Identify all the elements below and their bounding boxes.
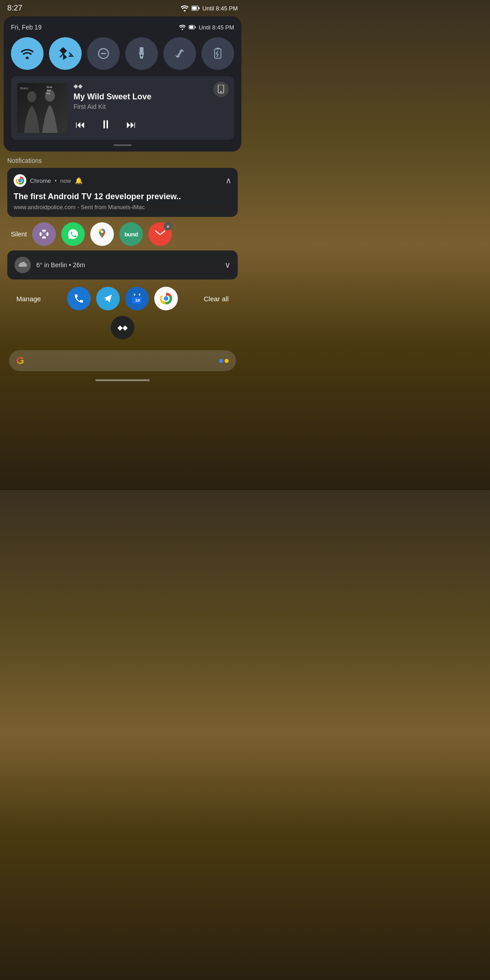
bottom-action-bar: Manage 19	[7, 283, 238, 314]
dock-chrome[interactable]	[154, 287, 178, 310]
manage-button[interactable]: Manage	[16, 295, 41, 303]
dock-tidal[interactable]: ◆◆	[111, 316, 134, 339]
weather-left: 6° in Berlin • 26m	[15, 257, 85, 273]
media-song-title: My Wild Sweet Love	[74, 92, 228, 102]
wifi-status-icon	[181, 5, 189, 11]
album-art: Ruins First Aid Kit	[17, 83, 67, 133]
qs-tile-wifi[interactable]	[11, 37, 44, 70]
qs-tile-dnd[interactable]	[87, 37, 120, 70]
weather-icon	[15, 257, 31, 273]
qs-battery-label: Until 8:45 PM	[199, 24, 234, 31]
status-bar: 8:27 Until 8:45 PM	[0, 0, 245, 15]
svg-text:19: 19	[135, 298, 140, 303]
weather-temp: 6° in Berlin	[36, 261, 67, 269]
qs-wifi-icon	[179, 24, 186, 30]
svg-point-17	[141, 54, 142, 56]
media-controls: ⏮ ⏸ ⏭	[74, 116, 228, 133]
notif-header: Chrome • now 🔔 ∧	[14, 174, 231, 187]
silent-app-whatsapp[interactable]	[61, 222, 85, 246]
status-right: Until 8:45 PM	[181, 5, 238, 12]
notif-header-left: Chrome • now 🔔	[14, 174, 83, 187]
svg-rect-6	[195, 26, 196, 28]
media-info: ◆◆ My Wild Sweet Love First Aid Kit ⏮ ⏸ …	[74, 83, 228, 133]
notif-expand-button[interactable]: ∧	[225, 176, 231, 186]
gmail-close-badge[interactable]: ✕	[164, 222, 172, 230]
svg-rect-19	[216, 48, 220, 49]
weather-notification: 6° in Berlin • 26m ∨	[7, 250, 238, 279]
svg-point-44	[101, 231, 103, 233]
silent-app-row: Silent	[7, 220, 238, 248]
svg-text:First: First	[47, 86, 52, 88]
media-device-button[interactable]	[213, 82, 229, 97]
battery-status-icon	[191, 5, 200, 11]
dot-blue	[219, 359, 223, 363]
qs-tile-rotate[interactable]	[163, 37, 196, 70]
qs-tile-bluetooth[interactable]: ⦛	[49, 37, 82, 70]
clear-all-button[interactable]: Clear all	[204, 295, 229, 303]
media-pause-button[interactable]: ⏸	[98, 116, 113, 133]
bund-label: bund	[124, 231, 138, 238]
weather-time: 26m	[73, 261, 85, 269]
status-time: 8:27	[7, 4, 22, 13]
svg-point-25	[27, 91, 36, 102]
media-player: Ruins First Aid Kit ◆◆ My Wild Sweet Lov…	[11, 76, 234, 140]
dock-phone[interactable]	[67, 287, 91, 310]
notifications-section: Notifications Chrome • now	[0, 152, 245, 347]
silent-app-maps[interactable]	[90, 222, 114, 246]
qs-tile-flashlight[interactable]	[125, 37, 158, 70]
svg-point-0	[184, 10, 186, 11]
qs-battery-icon	[189, 25, 196, 29]
svg-line-20	[216, 51, 218, 54]
dock-telegram[interactable]	[96, 287, 120, 310]
notif-time: •	[54, 177, 57, 184]
qs-date: Fri, Feb 19	[11, 24, 42, 31]
notif-bell-icon: 🔔	[75, 177, 83, 184]
svg-point-41	[43, 231, 45, 233]
media-prev-button[interactable]: ⏮	[74, 117, 87, 132]
svg-rect-2	[198, 7, 200, 9]
tidal-dock-icon: ◆◆	[118, 324, 127, 331]
qs-date-right: Until 8:45 PM	[179, 24, 234, 31]
dock-calendar[interactable]: 19	[125, 287, 149, 310]
svg-rect-3	[192, 7, 196, 10]
silent-label: Silent	[11, 230, 27, 238]
tidal-logo: ◆◆	[74, 83, 83, 89]
svg-point-53	[164, 297, 168, 300]
weather-separator: •	[69, 261, 73, 269]
svg-point-32	[220, 91, 222, 93]
svg-line-22	[217, 54, 219, 57]
tidal-dock-area: ◆◆	[7, 316, 238, 339]
silent-app-slack[interactable]	[32, 222, 56, 246]
media-next-button[interactable]: ⏭	[124, 117, 138, 132]
svg-rect-24	[17, 83, 67, 133]
battery-until: Until 8:45 PM	[202, 5, 238, 12]
silent-app-bund[interactable]: bund	[119, 222, 143, 246]
home-search-area: G	[0, 347, 245, 377]
dot-yellow	[225, 359, 229, 363]
google-g-logo: G	[16, 355, 24, 367]
svg-point-43	[43, 236, 45, 238]
notifications-label: Notifications	[7, 157, 238, 164]
qs-tile-battery-saver[interactable]	[201, 37, 234, 70]
media-artist: First Aid Kit	[74, 103, 228, 110]
google-assistant-dots[interactable]	[219, 359, 229, 363]
svg-text:Ruins: Ruins	[20, 87, 28, 90]
google-search-bar[interactable]: G	[9, 350, 236, 371]
notif-time-value: now	[60, 177, 71, 184]
chrome-app-icon	[14, 174, 26, 187]
qs-drag-handle	[113, 144, 132, 146]
svg-point-42	[45, 233, 47, 235]
svg-point-4	[181, 29, 183, 30]
svg-point-8	[26, 57, 29, 59]
svg-rect-18	[215, 49, 221, 59]
svg-point-40	[40, 233, 42, 235]
svg-rect-15	[140, 47, 143, 52]
svg-text:Kit: Kit	[47, 92, 50, 95]
qs-tiles: ⦛	[11, 37, 234, 70]
nav-gesture-handle	[95, 379, 150, 381]
svg-text:Aid: Aid	[47, 89, 51, 92]
notif-app-name: Chrome	[30, 177, 51, 184]
svg-line-12	[60, 54, 63, 57]
silent-app-gmail[interactable]: ✕	[148, 222, 172, 246]
weather-expand-icon[interactable]: ∨	[225, 260, 230, 270]
